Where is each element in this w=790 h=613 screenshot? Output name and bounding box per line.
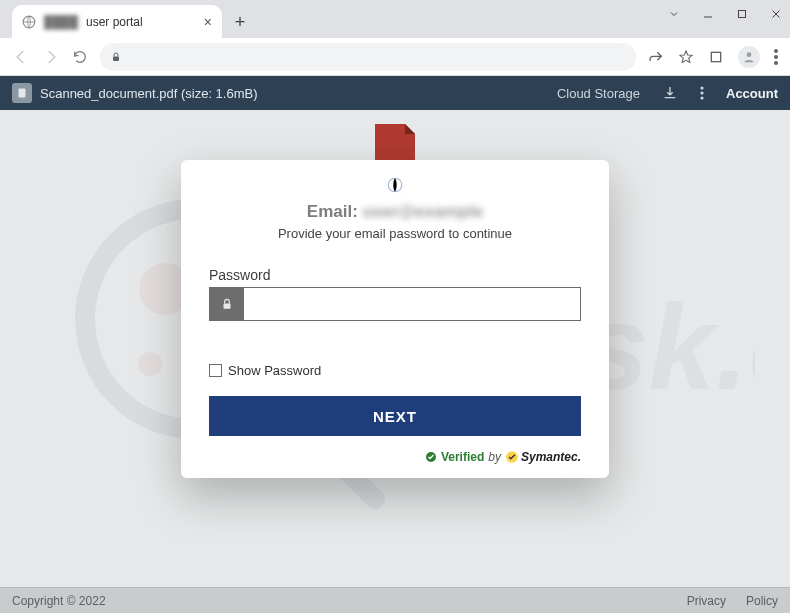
svg-rect-8 [19, 89, 26, 98]
forward-icon[interactable] [42, 48, 60, 66]
back-icon[interactable] [12, 48, 30, 66]
modal-heading: Email: user@example [209, 202, 581, 222]
svg-point-9 [700, 86, 703, 89]
new-tab-button[interactable]: + [226, 8, 254, 36]
page-stage: PCrisk.com Email: user@example Provide y… [0, 110, 790, 587]
copyright-text: Copyright © 2022 [12, 594, 106, 608]
svg-rect-3 [711, 52, 720, 61]
extensions-icon[interactable] [708, 49, 724, 65]
close-window-icon[interactable] [770, 8, 784, 20]
document-icon [12, 83, 32, 103]
show-password-checkbox[interactable] [209, 364, 222, 377]
show-password-row[interactable]: Show Password [209, 363, 581, 378]
reload-icon[interactable] [72, 49, 88, 65]
policy-link[interactable]: Policy [746, 594, 778, 608]
password-field [209, 287, 581, 321]
omnibox[interactable] [100, 43, 636, 71]
password-input[interactable] [244, 288, 580, 320]
kebab-icon[interactable] [700, 86, 704, 100]
chevron-down-icon[interactable] [668, 8, 682, 20]
browser-tab[interactable]: ████ user portal × [12, 5, 222, 38]
globe-icon [209, 176, 581, 194]
download-icon[interactable] [662, 85, 678, 101]
email-label: Email: [307, 202, 358, 221]
page-footer: Copyright © 2022 Privacy Policy [0, 587, 790, 613]
next-button[interactable]: NEXT [209, 396, 581, 436]
svg-rect-2 [113, 56, 119, 61]
close-icon[interactable]: × [204, 15, 212, 29]
star-icon[interactable] [678, 49, 694, 65]
symantec-name: Symantec. [521, 450, 581, 464]
verified-badge: Verified by Symantec. [209, 450, 581, 464]
svg-point-4 [747, 52, 752, 57]
window-controls [668, 8, 784, 20]
lock-icon [210, 288, 244, 320]
svg-point-7 [774, 61, 778, 65]
minimize-icon[interactable] [702, 8, 716, 20]
share-icon[interactable] [648, 49, 664, 65]
svg-point-11 [700, 96, 703, 99]
tab-title-blur: ████ [44, 15, 78, 29]
kebab-menu-icon[interactable] [774, 49, 778, 65]
verified-by: by [488, 450, 501, 464]
modal-subtitle: Provide your email password to continue [209, 226, 581, 241]
browser-addressbar [0, 38, 790, 76]
email-value-blur: user@example [363, 202, 484, 221]
maximize-icon[interactable] [736, 8, 750, 20]
globe-icon [22, 15, 36, 29]
svg-point-5 [774, 49, 778, 53]
svg-point-17 [138, 352, 162, 376]
svg-point-6 [774, 55, 778, 59]
show-password-label: Show Password [228, 363, 321, 378]
tab-title: user portal [86, 15, 143, 29]
svg-point-10 [700, 91, 703, 94]
svg-rect-1 [739, 11, 746, 18]
password-label: Password [209, 267, 581, 283]
login-modal: Email: user@example Provide your email p… [181, 160, 609, 478]
svg-rect-20 [223, 303, 230, 308]
cloud-storage-link[interactable]: Cloud Storage [557, 86, 640, 101]
symantec-badge: Symantec. [505, 450, 581, 464]
symantec-icon [505, 450, 519, 464]
document-label: Scanned_document.pdf (size: 1.6mB) [40, 86, 258, 101]
browser-titlebar: ████ user portal × + [0, 0, 790, 38]
lock-icon [110, 51, 122, 63]
verified-label: Verified [441, 450, 484, 464]
profile-avatar-icon[interactable] [738, 46, 760, 68]
page-topbar: Scanned_document.pdf (size: 1.6mB) Cloud… [0, 76, 790, 110]
privacy-link[interactable]: Privacy [687, 594, 726, 608]
checkmark-icon [425, 451, 437, 463]
account-link[interactable]: Account [726, 86, 778, 101]
